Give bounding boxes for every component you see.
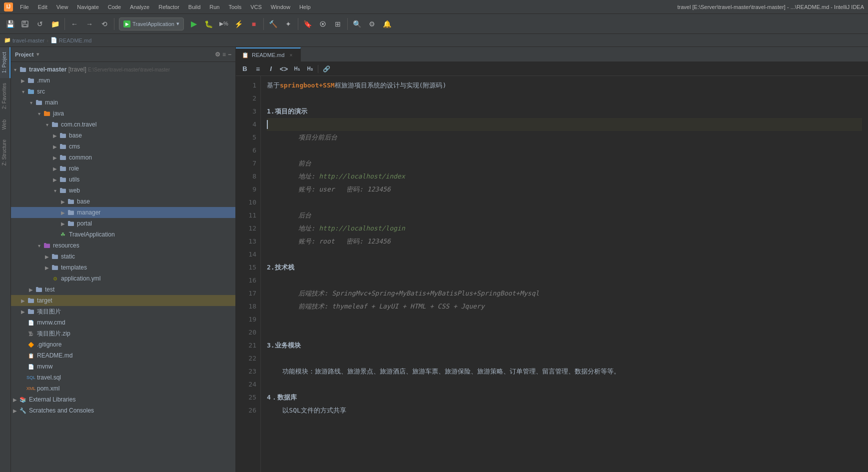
- folder-button[interactable]: 📁: [48, 17, 62, 31]
- menu-file[interactable]: File: [16, 3, 33, 11]
- menu-analyze[interactable]: Analyze: [126, 3, 153, 11]
- run-button[interactable]: ▶: [187, 17, 201, 31]
- md-h2-button[interactable]: H₂: [304, 64, 316, 74]
- vcs-button[interactable]: [316, 17, 330, 31]
- tree-readme-md[interactable]: ▶ 📋 README.md: [11, 350, 235, 361]
- tree-external-libraries[interactable]: ▶ 📚 External Libraries: [11, 394, 235, 405]
- base-arrow: ▶: [51, 132, 59, 140]
- panel-gear-icon[interactable]: ⚙: [215, 51, 220, 58]
- menu-navigate[interactable]: Navigate: [73, 3, 102, 11]
- menu-run[interactable]: Run: [205, 3, 223, 11]
- menu-vcs[interactable]: VCS: [246, 3, 266, 11]
- tree-main[interactable]: ▾ main: [11, 97, 235, 108]
- revert-button[interactable]: ⟲: [97, 17, 111, 31]
- tree-cms[interactable]: ▶ cms: [11, 141, 235, 152]
- tree-role[interactable]: ▶ role: [11, 163, 235, 174]
- tree-root[interactable]: ▾ travel-master [travel] E:\Server\trave…: [11, 64, 235, 75]
- tree-templates[interactable]: ▶ templates: [11, 262, 235, 273]
- breadcrumb-root[interactable]: 📁 travel-master: [4, 37, 44, 44]
- tree-portal[interactable]: ▶ portal: [11, 218, 235, 229]
- panel-collapse-icon[interactable]: −: [228, 51, 231, 58]
- tree-web-base[interactable]: ▶ base: [11, 196, 235, 207]
- code-line-12: 地址: http://localhost/login: [267, 222, 862, 235]
- tree-java[interactable]: ▾ java: [11, 108, 235, 119]
- profile-button[interactable]: ⚡: [232, 17, 246, 31]
- tree-target[interactable]: ▶ target: [11, 295, 235, 306]
- editor-tab-readme[interactable]: 📋 README.md ×: [236, 48, 301, 62]
- menu-build[interactable]: Build: [184, 3, 204, 11]
- tree-mvnw-cmd[interactable]: ▶ 📄 mvnw.cmd: [11, 317, 235, 328]
- utils-label: utils: [69, 176, 79, 183]
- notifications-button[interactable]: 🔔: [380, 17, 394, 31]
- tree-web[interactable]: ▾ web: [11, 185, 235, 196]
- terminal-button[interactable]: ⊞: [331, 17, 345, 31]
- tree-gitignore[interactable]: ▶ 🔶 .gitignore: [11, 339, 235, 350]
- tree-utils[interactable]: ▶ utils: [11, 174, 235, 185]
- code-line-7: 前台: [267, 157, 862, 170]
- tab-close-button[interactable]: ×: [287, 52, 294, 58]
- tree-base[interactable]: ▶ base: [11, 130, 235, 141]
- forward-button[interactable]: →: [82, 17, 96, 31]
- tree-mvnw[interactable]: ▶ 📄 mvnw: [11, 361, 235, 372]
- menu-view[interactable]: View: [52, 3, 72, 11]
- tree-travel-sql[interactable]: ▶ SQL travel.sql: [11, 372, 235, 383]
- tab-web[interactable]: Web: [0, 114, 10, 134]
- tree-common[interactable]: ▶ common: [11, 152, 235, 163]
- md-h1-button[interactable]: H₁: [291, 64, 303, 74]
- panel-settings-icon[interactable]: ≡: [222, 51, 226, 58]
- generate-button[interactable]: ✦: [281, 17, 295, 31]
- line25-text: 4．数据库: [267, 391, 297, 404]
- tree-mvn[interactable]: ▶ .mvn: [11, 75, 235, 86]
- tab-structure[interactable]: Z: Structure: [0, 134, 10, 170]
- tree-resources[interactable]: ▾ resources: [11, 240, 235, 251]
- tree-test[interactable]: ▶ test: [11, 284, 235, 295]
- search-everywhere-button[interactable]: 🔍: [350, 17, 364, 31]
- tree-project-images-zip[interactable]: ▶ 🗜 项目图片.zip: [11, 328, 235, 339]
- project-title: Project: [15, 52, 33, 58]
- save-all-button[interactable]: [18, 17, 32, 31]
- editor-text[interactable]: 基于springboot+SSM框旅游项目系统的设计与实现(附源码) 1.项目的…: [261, 76, 868, 472]
- breadcrumb-file[interactable]: 📄 README.md: [50, 37, 91, 44]
- tree-pom-xml[interactable]: ▶ XML pom.xml: [11, 383, 235, 394]
- run-coverage-button[interactable]: ▶%: [217, 17, 231, 31]
- breadcrumb-bar: 📁 travel-master › 📄 README.md: [0, 34, 868, 47]
- scratches-arrow: ▶: [11, 406, 19, 414]
- md-link-button[interactable]: 🔗: [320, 64, 332, 74]
- main-folder-icon: [35, 98, 43, 106]
- back-button[interactable]: ←: [67, 17, 81, 31]
- md-italic-button[interactable]: I: [265, 64, 277, 74]
- menu-code[interactable]: Code: [104, 3, 125, 11]
- settings-button[interactable]: ⚙: [365, 17, 379, 31]
- tree-scratches[interactable]: ▶ 🔧 Scratches and Consoles: [11, 405, 235, 416]
- build-button[interactable]: 🔨: [266, 17, 280, 31]
- run-config-selector[interactable]: ▶ TravelApplication ▾: [119, 18, 184, 30]
- sync-button[interactable]: ↺: [33, 17, 47, 31]
- tree-travel-application[interactable]: ▶ ☘ TravelApplication: [11, 229, 235, 240]
- menu-tools[interactable]: Tools: [224, 3, 245, 11]
- save-button[interactable]: 💾: [3, 17, 17, 31]
- toolbar-sep-4: [298, 18, 298, 30]
- tree-manager[interactable]: ▶ manager: [11, 207, 235, 218]
- md-bold-button[interactable]: B: [239, 64, 251, 74]
- tab-project[interactable]: 1: Project: [0, 47, 10, 78]
- line17-text: 后端技术: SpringMvc+Spring+MyBatis+MyBatisPl…: [267, 287, 539, 300]
- stop-button[interactable]: ■: [247, 17, 261, 31]
- portal-folder-icon: [67, 220, 75, 228]
- md-code-button[interactable]: <>: [278, 64, 290, 74]
- tree-com-cn-travel[interactable]: ▾ com.cn.travel: [11, 119, 235, 130]
- debug-button[interactable]: 🐛: [202, 17, 216, 31]
- tree-application-yml[interactable]: ▶ ⚙ application.yml: [11, 273, 235, 284]
- menu-refactor[interactable]: Refactor: [154, 3, 183, 11]
- scratches-icon: 🔧: [19, 406, 27, 414]
- tree-src[interactable]: ▾ src: [11, 86, 235, 97]
- tree-static[interactable]: ▶ static: [11, 251, 235, 262]
- project-dropdown-arrow[interactable]: ▾: [36, 52, 39, 57]
- menu-edit[interactable]: Edit: [34, 3, 51, 11]
- tree-project-images[interactable]: ▶ 项目图片: [11, 306, 235, 317]
- md-strikethrough-button[interactable]: ≡: [252, 64, 264, 74]
- tab-favorites[interactable]: 2: Favorites: [0, 78, 10, 114]
- menu-window[interactable]: Window: [267, 3, 294, 11]
- cursor: [267, 120, 268, 129]
- bookmarks-button[interactable]: 🔖: [301, 17, 315, 31]
- menu-help[interactable]: Help: [295, 3, 315, 11]
